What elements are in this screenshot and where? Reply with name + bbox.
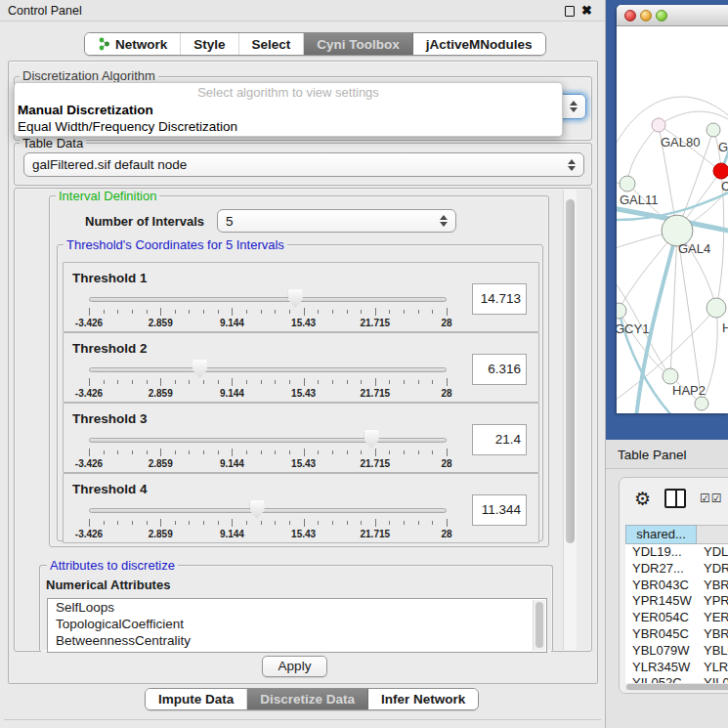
slider-handle-icon[interactable]: [250, 500, 265, 519]
node-attribute-table[interactable]: shared... n YDL19...YDL1YDR27...YDR2YBR0…: [625, 525, 728, 683]
table-header-row: shared... n: [625, 525, 728, 544]
gear-icon[interactable]: ⚙: [634, 490, 651, 508]
table-horizontal-scrollbar[interactable]: [625, 683, 728, 691]
numerical-attributes-list[interactable]: SelfLoopsTopologicalCoefficientBetweenne…: [47, 598, 547, 653]
slider-tick-label: 9.144: [220, 458, 244, 469]
threshold-title: Threshold 2: [72, 341, 148, 356]
slider-tick-label: 2.859: [149, 388, 173, 399]
threshold-panel: Threshold 1 -3.4262.8599.14415.4321.7152…: [63, 262, 539, 332]
network-node-label: GAL4: [678, 241, 710, 256]
close-traffic-icon[interactable]: [624, 10, 636, 21]
num-intervals-combobox[interactable]: 5: [217, 209, 456, 233]
attribute-list-item[interactable]: SelfLoops: [48, 599, 546, 616]
network-node[interactable]: [617, 303, 626, 319]
slider-handle-icon[interactable]: [364, 430, 379, 449]
tab-network[interactable]: Network: [85, 33, 181, 55]
network-node[interactable]: [652, 118, 665, 132]
network-node[interactable]: [695, 397, 708, 410]
slider-track[interactable]: [89, 367, 447, 372]
slider-track[interactable]: [89, 297, 447, 302]
table-row[interactable]: YLR345WYLR3: [625, 660, 728, 676]
network-node-label: H: [722, 321, 728, 335]
slider-track[interactable]: [89, 438, 447, 443]
tab-cyni-toolbox[interactable]: Cyni Toolbox: [304, 33, 413, 55]
table-row[interactable]: YIL052CYIL0: [625, 675, 728, 683]
apply-button[interactable]: Apply: [262, 656, 327, 677]
panel-bottom-divider: [4, 719, 601, 720]
threshold-value-field[interactable]: 11.344: [472, 494, 527, 526]
network-node-label: C: [721, 179, 728, 193]
column-header-name[interactable]: n: [697, 525, 728, 544]
algorithm-option[interactable]: Manual Discretization: [15, 102, 562, 118]
table-row[interactable]: YPR145WYPR1: [625, 593, 728, 610]
network-node[interactable]: [663, 368, 678, 384]
combo-stepper-icon: [570, 101, 578, 112]
threshold-slider[interactable]: -3.4262.8599.14415.4321.71528: [89, 433, 447, 470]
tab-impute-data[interactable]: Impute Data: [146, 689, 247, 709]
network-node[interactable]: [713, 163, 728, 179]
close-icon[interactable]: ✖: [581, 3, 592, 18]
slider-tick-label: -3.426: [75, 318, 103, 328]
settings-vertical-scrollbar[interactable]: [563, 190, 577, 650]
float-window-icon[interactable]: [565, 6, 575, 17]
network-edge[interactable]: [627, 125, 659, 184]
column-header-shared[interactable]: shared...: [625, 525, 697, 544]
select-checkboxes-icon[interactable]: ☑☑: [700, 492, 723, 505]
table-panel-header: Table Panel: [606, 440, 728, 469]
threshold-value-field[interactable]: 6.316: [472, 354, 527, 385]
attribute-list-item[interactable]: TopologicalCoefficient: [48, 616, 546, 632]
table-panel-box: ⚙ ☑☑ shared... n YDL19...YDL1YDR27...YDR…: [619, 477, 728, 694]
tab-network-label: Network: [115, 37, 167, 52]
tab-jactivemnodules[interactable]: jActiveMNodules: [413, 33, 545, 55]
attributes-scrollbar[interactable]: [533, 600, 545, 651]
attribute-list-item[interactable]: BetweennessCentrality: [48, 632, 546, 649]
slider-tick-label: 9.144: [220, 318, 244, 328]
threshold-slider[interactable]: -3.4262.8599.14415.4321.71528: [89, 363, 447, 400]
threshold-slider[interactable]: -3.4262.8599.14415.4321.71528: [89, 292, 447, 329]
table-row[interactable]: YER054CYER0: [625, 610, 728, 626]
network-node[interactable]: [620, 176, 635, 192]
slider-handle-icon[interactable]: [288, 289, 303, 308]
columns-icon[interactable]: [664, 489, 686, 508]
slider-tick-label: 15.43: [291, 388, 316, 399]
table-data-combobox[interactable]: galFiltered.sif default node: [23, 152, 584, 177]
network-canvas[interactable]: GAL80GACGAL11GAL4HGCY1HAP2: [617, 26, 728, 413]
network-node[interactable]: [707, 298, 726, 318]
network-node-label: HAP2: [672, 383, 706, 398]
network-node[interactable]: [707, 123, 720, 137]
slider-track[interactable]: [89, 508, 447, 513]
slider-handle-icon[interactable]: [193, 360, 207, 378]
slider-tick-label: 28: [441, 529, 451, 539]
tab-select[interactable]: Select: [239, 33, 305, 55]
table-row[interactable]: YBL079WYBL0: [625, 643, 728, 660]
threshold-value-field[interactable]: 21.4: [472, 424, 527, 455]
network-edge[interactable]: [659, 111, 728, 125]
threshold-title: Threshold 4: [72, 482, 148, 496]
algorithm-option[interactable]: Equal Width/Frequency Discretization: [15, 118, 562, 135]
slider-tick-label: 2.859: [149, 529, 173, 539]
table-row[interactable]: YDL19...YDL1: [625, 544, 728, 561]
network-node-label: GAL11: [620, 193, 659, 207]
network-edge[interactable]: [677, 231, 702, 404]
tab-style[interactable]: Style: [181, 33, 238, 55]
threshold-value-field[interactable]: 14.713: [472, 283, 527, 315]
table-panel: Table Panel ⚙ ☑☑ shared... n YDL19...YDL…: [606, 440, 728, 728]
table-row[interactable]: YBR045CYBR0: [625, 626, 728, 643]
minimize-traffic-icon[interactable]: [640, 10, 652, 21]
thresholds-group-title: Threshold's Coordinates for 5 Intervals: [64, 237, 287, 252]
slider-tick-label: 28: [441, 388, 451, 399]
network-node-label: GAL80: [661, 135, 700, 150]
network-view-window[interactable]: GAL80GACGAL11GAL4HGCY1HAP2: [617, 5, 728, 413]
table-row[interactable]: YDR27...YDR2: [625, 561, 728, 578]
combo-stepper-icon: [440, 215, 448, 227]
zoom-traffic-icon[interactable]: [656, 10, 667, 21]
slider-tick-label: 2.859: [149, 458, 173, 469]
table-row[interactable]: YBR043CYBR0: [625, 578, 728, 594]
tab-infer-network[interactable]: Infer Network: [368, 689, 478, 709]
slider-tick-label: 28: [441, 458, 451, 469]
algorithm-popup-hint: Select algorithm to view settings: [15, 85, 562, 102]
slider-ticks: [89, 308, 447, 317]
slider-tick-labels: -3.4262.8599.14415.4321.71528: [89, 458, 447, 470]
threshold-slider[interactable]: -3.4262.8599.14415.4321.71528: [89, 503, 447, 540]
tab-discretize-data[interactable]: Discretize Data: [247, 689, 368, 709]
